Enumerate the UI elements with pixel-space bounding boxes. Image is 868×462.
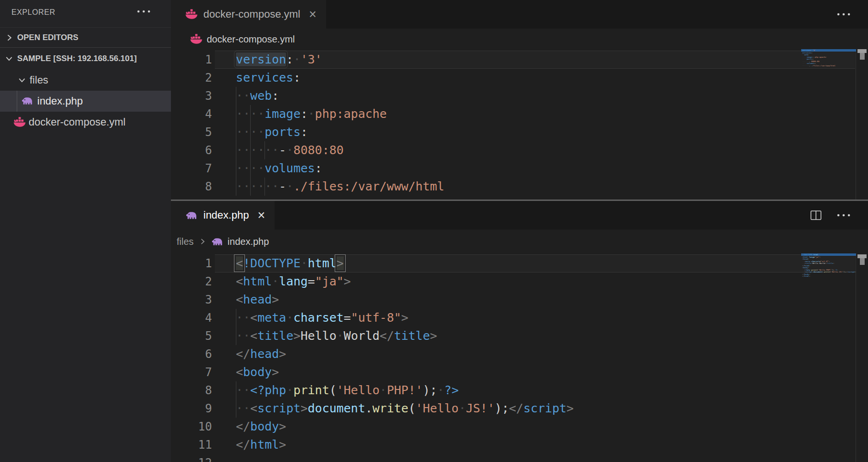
code-line[interactable]: 7<body>: [171, 363, 868, 381]
code-editor-index-php[interactable]: 1<!DOCTYPE·html>2<html·lang="ja">3<head>…: [171, 253, 868, 462]
chevron-right-icon: [4, 33, 14, 42]
line-number[interactable]: 1: [171, 51, 212, 69]
minimap-line: </html>: [802, 275, 810, 277]
code-text: </head>: [236, 345, 286, 363]
close-icon[interactable]: ×: [257, 209, 265, 222]
line-number[interactable]: 8: [171, 178, 212, 196]
line-number[interactable]: 7: [171, 159, 212, 178]
line-number[interactable]: 10: [171, 418, 212, 436]
line-number[interactable]: 6: [171, 345, 212, 363]
php-icon: [185, 210, 198, 220]
scrollbar-thumb[interactable]: [860, 53, 865, 60]
code-line[interactable]: 4····image:·php:apache: [171, 105, 868, 123]
breadcrumb-item[interactable]: files: [177, 236, 194, 247]
code-line[interactable]: 1<!DOCTYPE·html>: [171, 254, 868, 273]
line-number[interactable]: 3: [171, 291, 212, 309]
code-line[interactable]: 2services:: [171, 69, 868, 87]
tree-item-label: docker-compose.yml: [29, 116, 126, 128]
more-actions-icon[interactable]: [836, 12, 851, 16]
code-line[interactable]: 1version:·'3': [171, 51, 868, 69]
tab-label: index.php: [203, 209, 249, 221]
line-number[interactable]: 9: [171, 196, 212, 200]
code-line[interactable]: 5····ports:: [171, 123, 868, 141]
code-text: ······-·8080:80: [236, 141, 344, 159]
code-text: ····image:·php:apache: [236, 105, 387, 123]
code-line[interactable]: 9: [171, 196, 868, 200]
tree-indent-guide: [17, 91, 17, 112]
code-line[interactable]: 10</body>: [171, 418, 868, 436]
scrollbar-thumb[interactable]: [857, 49, 867, 53]
code-line[interactable]: 4··<meta·charset="utf-8">: [171, 309, 868, 327]
breadcrumb-item[interactable]: index.php: [228, 236, 269, 247]
editor-actions: [836, 0, 868, 29]
minimap-line: version:·'3': [802, 49, 816, 52]
line-number[interactable]: 4: [171, 105, 212, 123]
code-text: ····volumes:: [236, 159, 322, 178]
docker-icon: [185, 9, 198, 20]
more-actions-icon[interactable]: [836, 213, 851, 217]
editor-split-sash[interactable]: [171, 200, 868, 201]
docker-icon: [13, 117, 26, 127]
line-number[interactable]: 5: [171, 123, 212, 141]
split-editor-icon[interactable]: [810, 209, 822, 221]
code-text: version:·'3': [236, 51, 322, 69]
close-icon[interactable]: ×: [309, 8, 317, 21]
editor-group-top: docker-compose.yml × docker-compose.yml …: [171, 0, 868, 200]
tree-item-files[interactable]: files: [0, 70, 171, 91]
scrollbar-thumb[interactable]: [857, 254, 867, 258]
code-text: ··<?php·print('Hello·PHP!');·?>: [236, 381, 459, 399]
minimap-line: ··<script>document.write('Hello·JS!');</…: [802, 271, 856, 273]
line-number[interactable]: 2: [171, 273, 212, 291]
code-text: <html·lang="ja">: [236, 273, 351, 291]
tree-item-docker-compose-yml[interactable]: docker-compose.yml: [0, 112, 171, 133]
line-number[interactable]: 6: [171, 141, 212, 159]
line-number[interactable]: 7: [171, 363, 212, 381]
code-text: services:: [236, 69, 300, 87]
code-line[interactable]: 11</html>: [171, 436, 868, 454]
code-line[interactable]: 12: [171, 454, 868, 462]
scrollbar-thumb[interactable]: [860, 258, 865, 265]
line-number[interactable]: 8: [171, 381, 212, 399]
line-number[interactable]: 3: [171, 87, 212, 105]
code-line[interactable]: 2<html·lang="ja">: [171, 273, 868, 291]
breadcrumb-item[interactable]: docker-compose.yml: [207, 34, 295, 45]
code-line[interactable]: 7····volumes:: [171, 159, 868, 178]
code-line[interactable]: 6······-·8080:80: [171, 141, 868, 159]
section-open-editors[interactable]: OPEN EDITORS: [0, 27, 171, 47]
code-text: </html>: [236, 436, 286, 454]
code-line[interactable]: 3··web:: [171, 87, 868, 105]
minimap[interactable]: <!DOCTYPE·html><html·lang="ja"><head>··<…: [801, 253, 856, 280]
line-number[interactable]: 5: [171, 327, 212, 345]
code-text: ··<meta·charset="utf-8">: [236, 309, 408, 327]
code-line[interactable]: 8······-·./files:/var/www/html: [171, 178, 868, 196]
section-label: SAMPLE [SSH: 192.168.56.101]: [17, 54, 137, 63]
code-editor-docker-compose[interactable]: 1version:·'3'2services:3··web:4····image…: [171, 50, 868, 200]
minimap[interactable]: version:·'3'services:··web:····image:·ph…: [801, 49, 856, 69]
section-workspace-sample[interactable]: SAMPLE [SSH: 192.168.56.101]: [0, 47, 171, 69]
code-text: <body>: [236, 363, 279, 381]
explorer-header: EXPLORER: [0, 0, 171, 27]
code-text: ··<script>document.write('Hello·JS!');</…: [236, 399, 574, 418]
code-text: ··web:: [236, 87, 279, 105]
tab-index-php[interactable]: index.php ×: [171, 201, 275, 230]
line-number[interactable]: 9: [171, 399, 212, 418]
code-line[interactable]: 3<head>: [171, 291, 868, 309]
line-number[interactable]: 11: [171, 436, 212, 454]
explorer-title: EXPLORER: [11, 8, 55, 17]
code-line[interactable]: 6</head>: [171, 345, 868, 363]
line-number[interactable]: 2: [171, 69, 212, 87]
minimap-line: ····volumes:: [802, 62, 816, 64]
explorer-more-icon[interactable]: [137, 10, 151, 13]
code-line[interactable]: 8··<?php·print('Hello·PHP!');·?>: [171, 381, 868, 399]
line-number[interactable]: 1: [171, 254, 212, 273]
line-number[interactable]: 12: [171, 454, 212, 462]
code-text: ····ports:: [236, 123, 308, 141]
minimap-line: <body>: [802, 266, 809, 269]
chevron-down-icon: [4, 54, 14, 63]
line-number[interactable]: 4: [171, 309, 212, 327]
tree-item-index-php[interactable]: index.php: [0, 91, 171, 112]
code-line[interactable]: 9··<script>document.write('Hello·JS!');<…: [171, 399, 868, 418]
chevron-right-icon: [198, 237, 207, 246]
code-line[interactable]: 5··<title>Hello·World</title>: [171, 327, 868, 345]
tab-docker-compose[interactable]: docker-compose.yml ×: [171, 0, 326, 29]
